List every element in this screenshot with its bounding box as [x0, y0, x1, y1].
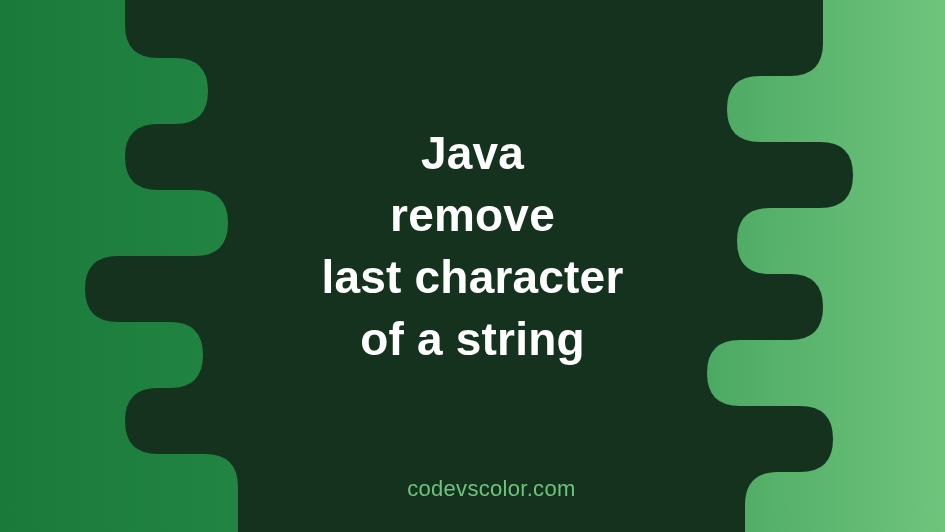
title-line-4: of a string	[322, 308, 624, 370]
title-line-2: remove	[322, 184, 624, 246]
title: Java remove last character of a string	[322, 122, 624, 370]
title-line-3: last character	[322, 246, 624, 308]
watermark: codevscolor.com	[407, 476, 575, 502]
hero-banner: Java remove last character of a string c…	[0, 0, 945, 532]
title-line-1: Java	[322, 122, 624, 184]
